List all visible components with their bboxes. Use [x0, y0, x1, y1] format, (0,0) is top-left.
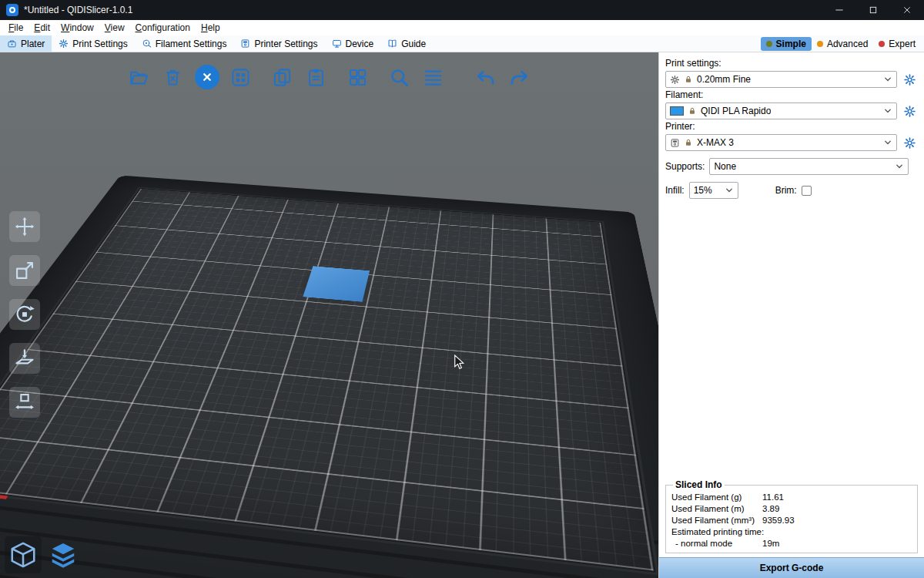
filament-profile-select[interactable]: QIDI PLA Rapido — [665, 102, 897, 119]
mode-simple[interactable]: Simple — [761, 37, 812, 51]
mode-advanced[interactable]: Advanced — [812, 37, 873, 51]
split-objects-button[interactable] — [346, 65, 370, 89]
gizmo-toolbar — [9, 211, 40, 418]
settings-sidebar: Print settings: 0.20mm Fine Filament: QI… — [658, 52, 924, 578]
guide-icon — [387, 39, 397, 49]
lock-icon — [684, 138, 693, 147]
copy-icon — [272, 67, 293, 88]
simple-dot-icon — [766, 41, 772, 47]
chevron-down-icon — [895, 162, 904, 171]
brim-label: Brim: — [775, 185, 797, 196]
search-button[interactable] — [387, 65, 412, 89]
scale-gizmo-button[interactable] — [9, 255, 40, 286]
edit-filament-settings-button[interactable] — [901, 102, 918, 119]
export-gcode-button[interactable]: Export G-code — [659, 557, 924, 578]
cross-icon — [200, 70, 214, 84]
mode-switcher: Simple Advanced Expert — [761, 35, 924, 52]
edit-printer-settings-button[interactable] — [901, 134, 918, 151]
tab-plater[interactable]: Plater — [0, 35, 52, 52]
measure-button[interactable] — [9, 387, 40, 418]
rotate-gizmo-button[interactable] — [9, 299, 40, 330]
device-icon — [332, 39, 342, 49]
sliced-info-panel: Sliced Info Used Filament (g) 11.61 Used… — [665, 479, 918, 553]
lock-icon — [688, 106, 697, 116]
brim-checkbox[interactable] — [802, 186, 812, 196]
search-icon — [389, 67, 410, 88]
menu-view[interactable]: View — [99, 21, 130, 35]
gear-icon — [903, 105, 916, 118]
redo-button[interactable] — [507, 65, 532, 89]
printer-profile-select[interactable]: X-MAX 3 — [665, 134, 897, 151]
chevron-down-icon — [725, 186, 734, 195]
menu-configuration[interactable]: Configuration — [130, 21, 196, 35]
measure-icon — [14, 391, 35, 413]
advanced-dot-icon — [817, 41, 823, 47]
titlebar: *Untitled - QIDISlicer-1.0.1 — [0, 0, 924, 20]
menu-window[interactable]: Window — [55, 21, 99, 35]
menu-file[interactable]: File — [3, 21, 28, 35]
paste-button[interactable] — [304, 65, 329, 89]
3d-editor-view-button[interactable] — [5, 536, 42, 573]
3d-viewport[interactable] — [0, 52, 658, 578]
cube-icon — [8, 540, 38, 570]
tab-printer-settings[interactable]: Printer Settings — [233, 35, 324, 52]
open-file-button[interactable] — [127, 65, 152, 89]
tabbar: Plater Print Settings Filament Settings … — [0, 35, 924, 52]
edit-print-settings-button[interactable] — [901, 71, 918, 88]
flatten-icon — [14, 348, 35, 369]
minimize-button[interactable] — [822, 0, 856, 20]
undo-icon — [475, 67, 496, 88]
expert-dot-icon — [879, 41, 885, 47]
printer-label: Printer: — [665, 121, 918, 132]
sliced-info-row: Used Filament (mm³) 9359.93 — [671, 514, 912, 526]
scale-icon — [14, 260, 35, 281]
gear-icon — [59, 39, 69, 49]
redo-icon — [509, 67, 530, 88]
view-toggle — [5, 536, 82, 573]
delete-all-button[interactable] — [195, 65, 219, 89]
infill-select[interactable]: 15% — [689, 182, 738, 199]
filament-label: Filament: — [665, 89, 918, 100]
model-cube[interactable] — [303, 266, 370, 301]
gear-icon — [903, 136, 916, 150]
close-button[interactable] — [890, 0, 924, 20]
window-title: *Untitled - QIDISlicer-1.0.1 — [24, 5, 822, 15]
printer-icon — [240, 39, 250, 49]
sliced-info-title: Sliced Info — [673, 479, 725, 490]
arrange-icon — [230, 67, 251, 88]
paste-icon — [306, 67, 326, 88]
filament-color-swatch — [670, 106, 684, 116]
tab-filament-settings[interactable]: Filament Settings — [135, 35, 234, 52]
delete-button[interactable] — [161, 65, 186, 89]
variable-layer-height-button[interactable] — [421, 65, 446, 89]
chevron-down-icon — [883, 138, 892, 147]
sliced-info-row: Used Filament (m) 3.89 — [671, 502, 912, 514]
mode-expert[interactable]: Expert — [873, 37, 921, 51]
arrange-button[interactable] — [229, 65, 253, 89]
menu-edit[interactable]: Edit — [28, 21, 55, 35]
rotate-icon — [14, 304, 35, 325]
viewport-toolbar — [0, 65, 658, 89]
supports-select[interactable]: None — [709, 158, 909, 175]
tab-guide[interactable]: Guide — [380, 35, 433, 52]
mouse-cursor — [453, 355, 465, 370]
undo-button[interactable] — [474, 65, 498, 89]
copy-button[interactable] — [270, 65, 295, 89]
print-profile-select[interactable]: 0.20mm Fine — [665, 71, 897, 88]
tab-device[interactable]: Device — [325, 35, 381, 52]
layer-list-icon — [423, 67, 444, 88]
lock-icon — [684, 75, 693, 84]
layers-stack-icon — [49, 540, 78, 570]
app-window: *Untitled - QIDISlicer-1.0.1 File Edit W… — [0, 0, 924, 578]
sliced-info-row: - normal mode 19m — [671, 537, 912, 549]
gear-icon — [903, 73, 916, 86]
move-gizmo-button[interactable] — [9, 211, 40, 242]
supports-label: Supports: — [665, 161, 705, 172]
sliced-info-row: Used Filament (g) 11.61 — [671, 491, 912, 502]
preview-view-button[interactable] — [45, 536, 82, 573]
maximize-button[interactable] — [856, 0, 890, 20]
tab-print-settings[interactable]: Print Settings — [52, 35, 134, 52]
menu-help[interactable]: Help — [196, 21, 226, 35]
trash-icon — [162, 67, 183, 88]
place-on-face-button[interactable] — [9, 343, 40, 374]
